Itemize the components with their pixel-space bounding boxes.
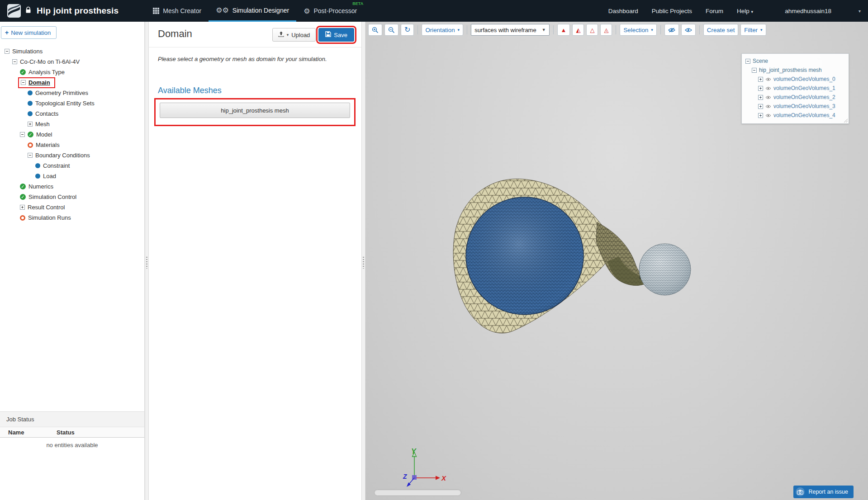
tree-item-numerics[interactable]: Numerics	[0, 181, 144, 192]
camera-icon	[796, 487, 805, 496]
chevron-down-icon: ▾	[458, 28, 460, 32]
available-meshes-heading: Available Meshes	[158, 86, 352, 95]
save-icon	[325, 31, 331, 38]
status-item-icon	[28, 101, 33, 106]
selection-dropdown[interactable]: Selection▾	[620, 24, 656, 36]
expand-icon[interactable]	[758, 104, 763, 109]
tree-item-simulations[interactable]: Simulations	[0, 46, 144, 57]
filter-dropdown[interactable]: Filter▾	[740, 24, 766, 36]
tree-item-result-control[interactable]: Result Control	[0, 202, 144, 212]
expand-icon[interactable]	[758, 95, 763, 100]
mesh-quality-button-3[interactable]: △	[586, 24, 598, 36]
viewer-3d[interactable]: ↻ Orientation▾ surfaces with wireframe▼ …	[365, 22, 868, 500]
column-status: Status	[57, 429, 75, 436]
scene-root-item[interactable]: Scene	[745, 57, 845, 66]
head-component	[639, 244, 691, 295]
tree-item-materials[interactable]: Materials	[0, 140, 144, 150]
nav-help-menu[interactable]: Help ▾	[737, 8, 753, 14]
tree-item-boundary-conditions[interactable]: Boundary Conditions	[0, 150, 144, 160]
nav-public-projects[interactable]: Public Projects	[652, 8, 692, 14]
report-issue-button[interactable]: Report an issue	[793, 486, 854, 498]
nav-dashboard[interactable]: Dashboard	[608, 8, 638, 14]
scene-volume-item[interactable]: volumeOnGeoVolumes_2	[745, 93, 845, 102]
expand-icon[interactable]	[28, 122, 33, 127]
visibility-eye-icon[interactable]	[765, 95, 771, 99]
panel-description: Please select a geometry or mesh as doma…	[158, 56, 352, 62]
user-menu-caret-icon[interactable]: ▾	[859, 9, 861, 14]
tab-mesh-creator[interactable]: Mesh Creator	[146, 0, 209, 22]
tree-item-mesh[interactable]: Mesh	[0, 119, 144, 129]
visibility-eye-icon[interactable]	[765, 86, 771, 90]
tree-item-topological-entity-sets[interactable]: Topological Entity Sets	[0, 98, 144, 108]
tree-item-geometry-primitives[interactable]: Geometry Primitives	[0, 88, 144, 98]
zoom-fit-button[interactable]	[384, 24, 398, 36]
tree-item-domain[interactable]: Domain	[0, 77, 144, 88]
axis-x-label: X	[441, 474, 446, 482]
app-logo-icon[interactable]	[7, 4, 21, 18]
status-item-icon	[28, 111, 33, 116]
tree-item-simulation-name[interactable]: Co-Cr-Mo on Ti-6Al-4V	[0, 57, 144, 67]
new-simulation-button[interactable]: +New simulation	[1, 26, 57, 39]
column-name: Name	[0, 429, 57, 436]
scene-mesh-item[interactable]: hip_joint_prosthesis mesh	[745, 66, 845, 75]
toolbar-separator	[660, 25, 661, 34]
expand-icon[interactable]	[20, 205, 25, 210]
tree-item-constraint[interactable]: Constraint	[0, 160, 144, 171]
mesh-quality-button-1[interactable]: ▲	[557, 24, 570, 36]
collapse-icon[interactable]	[5, 49, 9, 54]
tree-item-model[interactable]: Model	[0, 129, 144, 140]
chevron-down-icon: ▾	[287, 33, 289, 37]
expand-icon[interactable]	[758, 86, 763, 91]
grid-icon	[153, 8, 159, 14]
tab-simulation-designer[interactable]: ⚙⚙ Simulation Designer	[209, 0, 296, 22]
hide-selection-button[interactable]	[664, 24, 679, 36]
tree-item-simulation-control[interactable]: Simulation Control	[0, 192, 144, 202]
tree-item-simulation-runs[interactable]: Simulation Runs	[0, 212, 144, 223]
panel-resizer-right[interactable]	[361, 22, 365, 500]
tree-item-contacts[interactable]: Contacts	[0, 108, 144, 119]
save-button[interactable]: Save	[318, 28, 354, 42]
scene-volume-item[interactable]: volumeOnGeoVolumes_4	[745, 111, 845, 120]
gears-icon: ⚙⚙	[216, 6, 229, 14]
collapse-icon[interactable]	[745, 59, 750, 64]
scene-volume-item[interactable]: volumeOnGeoVolumes_0	[745, 75, 845, 84]
mesh-select-button[interactable]: hip_joint_prosthesis mesh	[160, 103, 350, 118]
tree-item-load[interactable]: Load	[0, 171, 144, 181]
lock-icon	[25, 6, 31, 15]
create-set-button[interactable]: Create set	[703, 24, 739, 36]
app-tabs: Mesh Creator ⚙⚙ Simulation Designer ⚙ Po…	[146, 0, 364, 22]
mesh-quality-button-4[interactable]: ◬	[600, 24, 612, 36]
mesh-quality-button-2[interactable]: ◭	[572, 24, 584, 36]
annotation-box: Domain	[18, 77, 55, 88]
show-all-button[interactable]	[681, 24, 696, 36]
zoom-in-button[interactable]	[368, 24, 382, 36]
collapse-icon[interactable]	[28, 153, 33, 158]
tab-post-processor[interactable]: ⚙ Post-Processor BETA	[296, 0, 364, 22]
collapse-icon[interactable]	[752, 68, 757, 73]
status-item-icon	[35, 163, 40, 168]
simulation-tree: Simulations Co-Cr-Mo on Ti-6Al-4V Analys…	[0, 46, 144, 223]
viewer-toolbar: ↻ Orientation▾ surfaces with wireframe▼ …	[368, 24, 766, 36]
reset-view-button[interactable]: ↻	[401, 24, 414, 36]
resizer-grip-icon	[363, 257, 364, 269]
visibility-eye-icon[interactable]	[765, 77, 771, 81]
tree-item-analysis-type[interactable]: Analysis Type	[0, 67, 144, 77]
collapse-icon[interactable]	[12, 59, 17, 64]
scene-volume-item[interactable]: volumeOnGeoVolumes_3	[745, 102, 845, 111]
panel-resizer-left[interactable]	[145, 22, 149, 500]
nav-forum[interactable]: Forum	[706, 8, 723, 14]
status-item-icon	[28, 90, 33, 95]
user-menu[interactable]: ahmedhussain18	[785, 8, 831, 14]
collapse-icon[interactable]	[20, 132, 25, 137]
expand-icon[interactable]	[758, 113, 763, 118]
expand-icon[interactable]	[758, 77, 763, 82]
upload-button[interactable]: ▾ Upload	[272, 28, 316, 42]
visibility-eye-icon[interactable]	[765, 104, 771, 108]
page-title: Domain	[158, 28, 192, 40]
visibility-eye-icon[interactable]	[765, 113, 771, 118]
render-mode-select[interactable]: surfaces with wireframe▼	[471, 24, 549, 36]
orientation-dropdown[interactable]: Orientation▾	[422, 24, 463, 36]
scene-volume-item[interactable]: volumeOnGeoVolumes_1	[745, 84, 845, 93]
status-complete-icon	[20, 194, 26, 200]
collapse-icon[interactable]	[21, 80, 26, 85]
